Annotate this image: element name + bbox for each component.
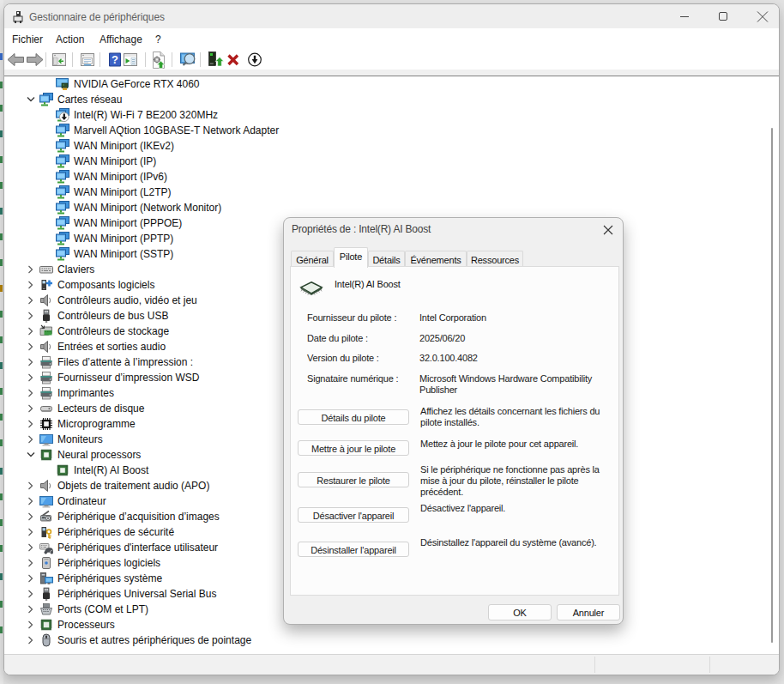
svg-text:?: ? bbox=[112, 53, 118, 66]
